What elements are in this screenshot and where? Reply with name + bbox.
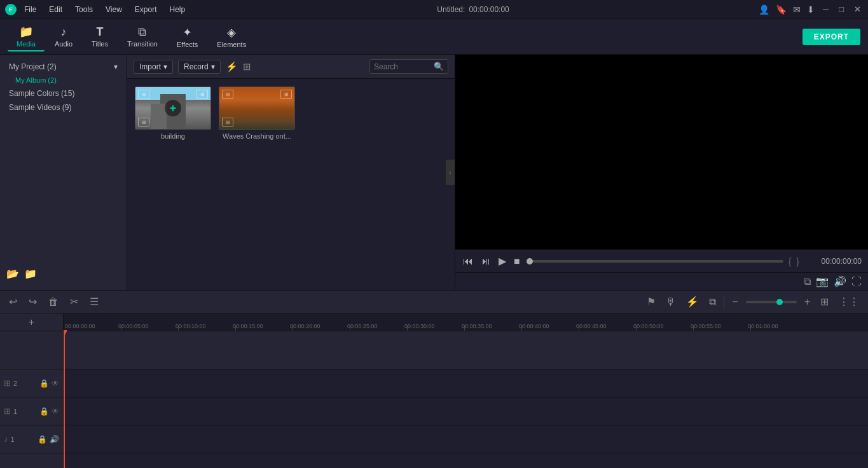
cut-button[interactable]: ✂ xyxy=(67,294,81,309)
track-label-video2-text: 2 xyxy=(13,380,37,387)
transition-icon: ⧉ xyxy=(138,25,146,39)
play-fast-button[interactable]: ▶ xyxy=(497,254,507,268)
crop-icon[interactable]: ⧉ xyxy=(706,295,719,309)
menu-view[interactable]: View xyxy=(103,4,125,15)
toolbar-titles[interactable]: T Titles xyxy=(83,23,117,50)
sidebar-item-my-album-label: My Album (2) xyxy=(15,76,57,84)
media-item-building[interactable]: ⊞ ⊞ ⊞ + building xyxy=(135,86,211,140)
snapshot-icon[interactable]: 📷 xyxy=(816,275,829,287)
folder-icon[interactable]: 📁 xyxy=(24,268,37,280)
volume-audio1-icon[interactable]: 🔊 xyxy=(50,435,59,444)
bracket-out-icon[interactable]: } xyxy=(796,256,799,266)
menu-edit[interactable]: Edit xyxy=(46,4,65,15)
more-icon[interactable]: ⋮⋮ xyxy=(836,294,862,309)
toolbar-transition-label: Transition xyxy=(127,40,158,48)
lock-audio1-icon[interactable]: 🔒 xyxy=(38,435,47,444)
toolbar-elements[interactable]: ◈ Elements xyxy=(208,23,255,51)
ruler-mark-45: 00:00:45:00 xyxy=(576,323,607,329)
toolbar-media[interactable]: 📁 Media xyxy=(8,22,45,52)
mail-icon[interactable]: ✉ xyxy=(793,4,801,15)
adjust-button[interactable]: ☰ xyxy=(87,294,101,309)
close-button[interactable]: ✕ xyxy=(852,4,863,14)
timeline-tracks xyxy=(64,331,868,468)
record-dropdown[interactable]: Record ▾ xyxy=(178,60,221,74)
bookmark-icon[interactable]: 🔖 xyxy=(776,4,787,15)
export-button[interactable]: EXPORT xyxy=(803,29,860,45)
search-box: 🔍 xyxy=(369,59,448,74)
sidebar-item-my-album[interactable]: My Album (2) xyxy=(0,74,127,86)
sidebar-item-sample-videos[interactable]: Sample Videos (9) xyxy=(0,100,127,114)
lock-video1-icon[interactable]: 🔒 xyxy=(39,407,49,416)
sidebar-item-sample-colors[interactable]: Sample Colors (15) xyxy=(0,86,127,100)
app-logo: F xyxy=(5,4,17,15)
media-item-waves[interactable]: ⊞ ⊞ ⊞ Waves Crashing ont... xyxy=(219,86,295,140)
fullscreen-icon[interactable]: ⛶ xyxy=(851,276,862,287)
preview-controls2: ⧉ 📷 🔊 ⛶ xyxy=(455,272,868,290)
zoom-slider[interactable] xyxy=(746,301,797,303)
zoom-handle[interactable] xyxy=(776,299,783,305)
ruler-mark-60: 00:01:00:00 xyxy=(748,323,778,329)
toolbar-transition[interactable]: ⧉ Transition xyxy=(118,23,167,50)
search-input[interactable] xyxy=(374,62,431,71)
split-icon[interactable]: ⚡ xyxy=(684,294,701,309)
eye-video1-icon[interactable]: 👁 xyxy=(52,407,59,416)
ruler-mark-25: 00:00:25:00 xyxy=(347,323,378,329)
user-icon[interactable]: 👤 xyxy=(759,4,769,15)
import-chevron-icon: ▾ xyxy=(163,62,167,71)
ruler-mark-50: 00:00:50:00 xyxy=(633,323,664,329)
toolbar-effects[interactable]: ✦ Effects xyxy=(168,23,207,51)
menu-export[interactable]: Export xyxy=(132,4,160,15)
collapse-panel-button[interactable]: ‹ xyxy=(446,160,455,185)
add-clip-icon[interactable]: ⊞ xyxy=(818,294,831,309)
mic-icon[interactable]: 🎙 xyxy=(663,295,679,309)
toolbar-separator xyxy=(724,296,724,308)
track-label-audio1-text: 1 xyxy=(11,436,36,443)
titles-icon: T xyxy=(97,25,104,39)
toolbar-titles-label: Titles xyxy=(92,40,108,48)
preview-controls: ⏮ ⏯ ▶ ■ { } 00:00:00:00 xyxy=(455,249,868,272)
import-dropdown[interactable]: Import ▾ xyxy=(134,60,173,74)
redo-button[interactable]: ↪ xyxy=(26,294,39,309)
pip-icon[interactable]: ⧉ xyxy=(804,276,811,287)
lock-video2-icon[interactable]: 🔒 xyxy=(39,379,49,388)
toolbar-media-label: Media xyxy=(17,40,36,48)
search-icon[interactable]: 🔍 xyxy=(434,62,444,71)
eye-video2-icon[interactable]: 👁 xyxy=(52,379,59,388)
bracket-in-icon[interactable]: { xyxy=(789,256,792,266)
app-timecode: 00:00:00:00 xyxy=(469,5,509,14)
filter-icon[interactable]: ⚡ xyxy=(226,61,238,72)
video2-icon: ⊞ xyxy=(4,378,11,388)
menu-file[interactable]: File xyxy=(22,4,39,15)
thumb-bl-icon: ⊞ xyxy=(138,118,149,127)
playhead[interactable] xyxy=(64,331,65,468)
timeline-area: ↩ ↪ 🗑 ✂ ☰ ⚑ 🎙 ⚡ ⧉ − + ⊞ ⋮⋮ xyxy=(0,290,868,468)
flag-icon[interactable]: ⚑ xyxy=(644,294,658,309)
minimize-button[interactable]: ─ xyxy=(821,4,830,14)
prev-frame-button[interactable]: ⏮ xyxy=(462,254,474,268)
zoom-in-icon[interactable]: + xyxy=(802,295,813,309)
undo-button[interactable]: ↩ xyxy=(6,294,20,309)
menu-help[interactable]: Help xyxy=(167,4,188,15)
preview-screen xyxy=(455,55,868,249)
toolbar-audio[interactable]: ♪ Audio xyxy=(46,23,81,50)
volume-icon[interactable]: 🔊 xyxy=(834,275,846,287)
sidebar-item-my-project[interactable]: My Project (2) ▾ xyxy=(0,60,127,74)
app-title: Untitled: xyxy=(437,5,465,14)
track-label-main xyxy=(0,331,63,369)
grid-icon[interactable]: ⊞ xyxy=(243,61,251,72)
add-to-timeline-icon[interactable]: + xyxy=(165,100,181,116)
add-track-button[interactable]: + xyxy=(29,317,34,328)
sidebar-bottom: 📂 📁 xyxy=(0,263,127,285)
titlebar-center: Untitled: 00:00:00:00 xyxy=(437,5,509,14)
ruler-mark-30: 00:00:30:00 xyxy=(404,323,435,329)
add-folder-icon[interactable]: 📂 xyxy=(6,268,19,280)
zoom-out-icon[interactable]: − xyxy=(729,295,740,309)
progress-bar[interactable] xyxy=(527,260,783,263)
maximize-button[interactable]: □ xyxy=(837,4,846,14)
play-pause-button[interactable]: ⏯ xyxy=(479,254,492,268)
stop-button[interactable]: ■ xyxy=(513,254,521,268)
menu-tools[interactable]: Tools xyxy=(72,4,95,15)
delete-button[interactable]: 🗑 xyxy=(46,295,61,309)
download-icon[interactable]: ⬇ xyxy=(807,4,815,15)
toolbar-effects-label: Effects xyxy=(177,41,198,48)
